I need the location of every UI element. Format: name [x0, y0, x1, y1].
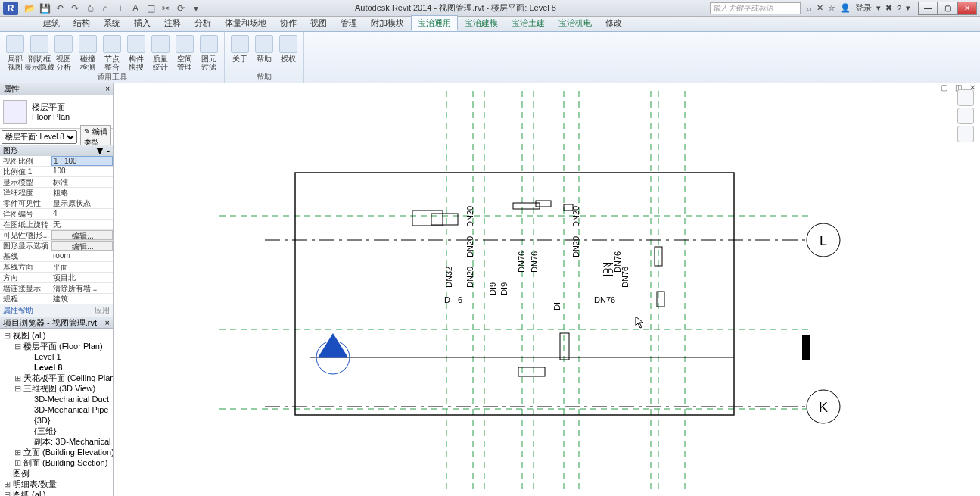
tab-15[interactable]: 修改: [599, 15, 629, 31]
favorite-icon[interactable]: ☆: [828, 3, 835, 13]
ribbon-button[interactable]: 局部视图: [5, 33, 26, 71]
grid-bubble-L[interactable]: L: [807, 223, 840, 257]
tree-node[interactable]: 图例: [0, 468, 113, 479]
tab-7[interactable]: 协作: [273, 15, 303, 31]
qat-icon[interactable]: ⌂: [100, 3, 110, 14]
login-link[interactable]: 登录: [855, 2, 872, 14]
qat-save-icon[interactable]: 💾: [39, 3, 50, 14]
nav-pan-icon[interactable]: [957, 126, 974, 142]
qat-dropdown-icon[interactable]: ▾: [191, 3, 201, 14]
help-icon[interactable]: ?: [897, 4, 901, 13]
property-row[interactable]: 零件可见性显示原状态: [0, 198, 113, 209]
tab-9[interactable]: 管理: [334, 15, 364, 31]
tab-6[interactable]: 体量和场地: [218, 15, 273, 31]
tab-13[interactable]: 宝治土建: [505, 15, 552, 31]
qat-icon[interactable]: ⟳: [176, 3, 186, 14]
nav-wheel-icon[interactable]: [957, 108, 974, 124]
grid-bubble-K[interactable]: K: [807, 390, 840, 423]
close-icon[interactable]: ×: [105, 318, 110, 327]
property-row[interactable]: 视图比例1 : 100: [0, 156, 113, 167]
tree-node[interactable]: 副本: 3D-Mechanical Du...: [0, 436, 113, 447]
tab-2[interactable]: 系统: [97, 15, 127, 31]
tab-14[interactable]: 宝治机电: [552, 15, 599, 31]
type-selector[interactable]: 楼层平面 Floor Plan: [0, 95, 113, 129]
nav-home-icon[interactable]: [957, 89, 974, 106]
exchange-icon[interactable]: ✕: [817, 3, 823, 13]
instance-selector[interactable]: 楼层平面: Level 8: [2, 130, 77, 144]
tree-node[interactable]: Level 8: [0, 362, 113, 373]
ribbon-button[interactable]: 视图分析: [53, 33, 74, 71]
tab-5[interactable]: 分析: [188, 15, 218, 31]
search-input[interactable]: 输入关键字或标语: [710, 2, 801, 14]
ribbon-button[interactable]: 构件快搜: [126, 33, 147, 71]
property-row[interactable]: 基线room: [0, 251, 113, 262]
ribbon-button[interactable]: 帮助: [254, 33, 275, 70]
tree-node[interactable]: {3D}: [0, 415, 113, 426]
property-row[interactable]: 墙连接显示清除所有墙...: [0, 283, 113, 294]
subscription-icon[interactable]: ⌕: [807, 4, 812, 13]
tree-node[interactable]: ⊞ 明细表/数量: [0, 479, 113, 489]
ribbon-button[interactable]: 剖切框显示隐藏: [29, 33, 50, 71]
property-row[interactable]: 详细程度粗略: [0, 188, 113, 198]
project-browser-tree[interactable]: ⊟ 视图 (all)⊟ 楼层平面 (Floor Plan) Level 1 Le…: [0, 329, 113, 496]
section-marker[interactable]: [316, 333, 350, 374]
ribbon-button[interactable]: 碰撞检测: [77, 33, 98, 71]
property-row[interactable]: 比例值 1:100: [0, 167, 113, 177]
qat-icon[interactable]: ⟂: [115, 3, 126, 14]
property-row[interactable]: 图形显示选项编辑...: [0, 241, 113, 251]
ribbon-button[interactable]: 授权: [278, 33, 299, 70]
close-button[interactable]: ✕: [957, 2, 977, 15]
ribbon-button[interactable]: 图元过滤: [198, 33, 219, 71]
tab-0[interactable]: 建筑: [36, 15, 67, 31]
tab-8[interactable]: 视图: [303, 15, 334, 31]
qat-icon[interactable]: A: [130, 3, 141, 14]
ribbon-button[interactable]: 空间管理: [174, 33, 195, 71]
ribbon-button[interactable]: 节点整合: [101, 33, 123, 71]
dropdown-icon[interactable]: ▾: [876, 3, 881, 13]
property-row[interactable]: 规程建筑: [0, 294, 113, 304]
qat-print-icon[interactable]: ⎙: [85, 3, 95, 14]
drawing-canvas[interactable]: ▢ ◫ ✕: [114, 83, 980, 496]
apply-button[interactable]: 应用: [95, 305, 110, 316]
tab-10[interactable]: 附加模块: [364, 15, 411, 31]
tab-3[interactable]: 插入: [127, 15, 157, 31]
qat-undo-icon[interactable]: ↶: [54, 3, 65, 14]
maximize-button[interactable]: ▢: [938, 2, 957, 15]
tree-node[interactable]: ⊟ 图纸 (all): [0, 489, 113, 496]
qat-open-icon[interactable]: 📂: [24, 3, 35, 14]
exchange-apps-icon[interactable]: ✖: [885, 3, 892, 13]
tab-11[interactable]: 宝治通用: [411, 15, 458, 31]
property-row[interactable]: 可见性/图形...编辑...: [0, 230, 113, 241]
tree-node[interactable]: ⊟ 三维视图 (3D View): [0, 383, 113, 394]
property-row[interactable]: 显示模型标准: [0, 177, 113, 188]
close-icon[interactable]: ×: [105, 85, 110, 93]
user-icon[interactable]: 👤: [840, 3, 851, 13]
tab-1[interactable]: 结构: [67, 15, 97, 31]
tree-node[interactable]: ⊟ 视图 (all): [0, 330, 113, 341]
tree-node[interactable]: ⊞ 天花板平面 (Ceiling Plan): [0, 373, 113, 383]
tree-node[interactable]: 3D-Mechanical Duct: [0, 394, 113, 404]
project-browser-title: 项目浏览器 - 视图管理.rvt: [3, 317, 97, 329]
tab-12[interactable]: 宝治建模: [458, 15, 505, 31]
property-category[interactable]: 图形⯆ ▴: [0, 145, 113, 156]
tree-node[interactable]: 3D-Mechanical Pipe: [0, 404, 113, 415]
dropdown-icon[interactable]: ▾: [906, 3, 910, 13]
property-row[interactable]: 详图编号4: [0, 209, 113, 220]
tree-node[interactable]: ⊟ 楼层平面 (Floor Plan): [0, 341, 113, 351]
tab-4[interactable]: 注释: [157, 15, 188, 31]
tree-node[interactable]: Level 1: [0, 351, 113, 362]
property-help-link[interactable]: 属性帮助: [3, 305, 33, 316]
qat-icon[interactable]: ✂: [160, 3, 171, 14]
minimize-button[interactable]: —: [918, 2, 938, 15]
property-row[interactable]: 在图纸上旋转无: [0, 220, 113, 230]
app-menu-button[interactable]: R: [3, 2, 18, 15]
property-row[interactable]: 基线方向平面: [0, 262, 113, 273]
ribbon-button[interactable]: 质量统计: [150, 33, 171, 71]
qat-redo-icon[interactable]: ↷: [70, 3, 80, 14]
tree-node[interactable]: ⊞ 剖面 (Building Section): [0, 457, 113, 468]
qat-icon[interactable]: ◫: [145, 3, 156, 14]
tree-node[interactable]: {三维}: [0, 426, 113, 436]
property-row[interactable]: 方向项目北: [0, 273, 113, 283]
tree-node[interactable]: ⊞ 立面 (Building Elevation): [0, 447, 113, 457]
ribbon-button[interactable]: 关于: [229, 33, 250, 70]
